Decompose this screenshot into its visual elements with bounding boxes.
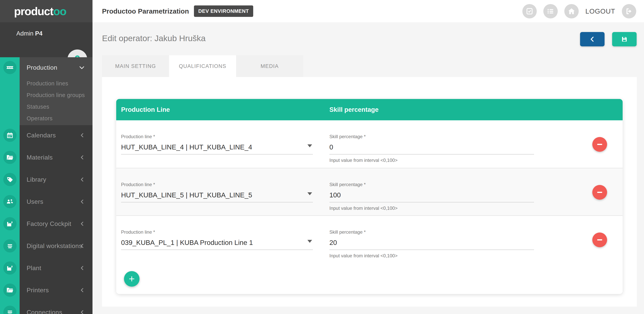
- environment-badge: DEV ENVIRONMENT: [194, 5, 253, 17]
- factory-icon: [3, 261, 16, 275]
- sidebar-item-label: Printers: [26, 287, 49, 294]
- column-header-skill-percentage: Skill percentage: [330, 106, 378, 113]
- sidebar-item-connections[interactable]: Connections: [0, 301, 92, 314]
- sidebar-item-printers[interactable]: Printers: [0, 279, 92, 301]
- production-line-value: HUT_KUBA_LINE_5 | HUT_KUBA_LINE_5: [121, 191, 305, 199]
- tab-media[interactable]: MEDIA: [236, 55, 303, 77]
- sidebar-item-label: Users: [26, 198, 43, 205]
- logo-text-primary: product: [14, 5, 53, 17]
- production-line-field: Production line * HUT_KUBA_LINE_4 | HUT_…: [121, 134, 313, 155]
- card-footer: [116, 263, 622, 294]
- logo-text-accent: oo: [53, 5, 66, 17]
- skill-percentage-field: Skill percentage * Input value from inte…: [330, 182, 534, 211]
- sidebar-item-users[interactable]: Users: [0, 191, 92, 213]
- sidebar-item-statuses[interactable]: Statuses: [0, 101, 92, 113]
- production-line-label: Production line *: [121, 134, 313, 139]
- sidebar-item-library[interactable]: Library: [0, 168, 92, 191]
- sidebar-item-operators[interactable]: Operators: [0, 113, 92, 124]
- sidebar-menu: ProductionProduction linesProduction lin…: [0, 57, 92, 314]
- tag-icon: [3, 173, 16, 186]
- check-square-icon: [526, 7, 534, 15]
- back-button[interactable]: [580, 32, 604, 46]
- save-button[interactable]: [612, 32, 636, 46]
- card-header: Production Line Skill percentage: [116, 99, 622, 120]
- chevron-left-icon: [79, 287, 85, 293]
- chevron-down-icon: [308, 144, 312, 147]
- qualifications-panel: Production Line Skill percentage Product…: [102, 77, 637, 307]
- admin-name: Admin P4: [16, 30, 42, 37]
- logout-button[interactable]: [622, 4, 636, 18]
- conveyor-icon: [3, 61, 16, 74]
- remove-row-button[interactable]: [592, 137, 607, 152]
- folder-icon: [3, 151, 16, 164]
- sidebar-item-digital-workstations[interactable]: Digital workstations: [0, 235, 92, 257]
- skill-percentage-input[interactable]: [330, 237, 534, 250]
- sidebar-item-label: Production: [26, 64, 57, 71]
- productoo-logo[interactable]: productoo: [14, 5, 66, 18]
- skill-percentage-input[interactable]: [330, 142, 534, 155]
- chevron-left-icon: [79, 132, 85, 138]
- minus-icon: [597, 192, 602, 193]
- tab-qualifications[interactable]: QUALIFICATIONS: [169, 55, 236, 77]
- chevron-left-icon: [79, 221, 85, 227]
- skill-percentage-input[interactable]: [330, 190, 534, 202]
- minus-icon: [597, 144, 602, 145]
- sidebar-item-factory-cockpit[interactable]: Factory Cockpit: [0, 213, 92, 235]
- chevron-down-icon: [308, 240, 312, 243]
- sidebar-item-label: Connections: [26, 309, 62, 314]
- remove-row-button[interactable]: [592, 232, 607, 247]
- app-title: Productoo Parametrization: [102, 7, 189, 15]
- interval-helper-text: Input value from interval <0,100>: [330, 253, 534, 259]
- chevron-down-icon: [78, 64, 85, 71]
- sidebar-item-label: Digital workstations: [26, 242, 82, 250]
- home-button[interactable]: [564, 4, 579, 18]
- remove-row-button[interactable]: [592, 185, 607, 200]
- sidebar-item-label: Operators: [26, 115, 52, 122]
- factory-icon: [3, 217, 16, 230]
- sidebar-item-label: Plant: [26, 265, 41, 272]
- chevron-left-icon: [79, 243, 85, 249]
- chevron-left-icon: [79, 199, 85, 204]
- chevron-left-icon: [79, 265, 85, 271]
- profile-band: Admin P4 Last login: 24/03/2023, 12:59: [0, 22, 92, 57]
- production-line-select[interactable]: HUT_KUBA_LINE_4 | HUT_KUBA_LINE_4: [121, 142, 313, 155]
- sidebar-item-plant[interactable]: Plant: [0, 257, 92, 279]
- chevron-left-icon: [589, 36, 596, 42]
- sidebar-item-materials[interactable]: Materials: [0, 146, 92, 168]
- sidebar-item-label: Production line groups: [26, 92, 85, 98]
- menu-list: ProductionProduction linesProduction lin…: [0, 57, 92, 314]
- column-header-production-line: Production Line: [121, 106, 170, 113]
- page-title: Edit operator: Jakub Hruška: [102, 34, 206, 43]
- tab-main-setting[interactable]: MAIN SETTING: [102, 55, 169, 77]
- tab-bar: MAIN SETTING QUALIFICATIONS MEDIA: [102, 55, 303, 77]
- qualification-row: Production line * HUT_KUBA_LINE_5 | HUT_…: [116, 168, 622, 215]
- sidebar-item-production-lines[interactable]: Production lines: [0, 78, 92, 89]
- logo-band: productoo: [0, 0, 92, 22]
- sidebar-item-label: Calendars: [26, 132, 56, 139]
- tasks-button[interactable]: [522, 4, 537, 18]
- topbar: Productoo Parametrization DEV ENVIRONMEN…: [92, 0, 644, 22]
- main-area: Edit operator: Jakub Hruška MAIN SETTING…: [92, 22, 644, 314]
- add-row-button[interactable]: [124, 271, 140, 287]
- minus-icon: [597, 239, 602, 240]
- folder-icon: [3, 284, 16, 297]
- users-icon: [3, 195, 16, 208]
- skill-percentage-label: Skill percentage *: [330, 134, 534, 139]
- calendar-icon: [3, 129, 16, 142]
- sign-out-icon: [625, 7, 633, 15]
- sidebar-item-production-line-groups[interactable]: Production line groups: [0, 89, 92, 101]
- list-button[interactable]: [543, 4, 558, 18]
- logout-label[interactable]: LOGOUT: [585, 7, 615, 15]
- sidebar-item-label: Production lines: [26, 80, 68, 87]
- home-icon: [567, 7, 576, 15]
- production-line-field: Production line * 039_KUBA_PL_1 | KUBA P…: [121, 229, 313, 250]
- chevron-left-icon: [79, 309, 85, 314]
- production-line-select[interactable]: HUT_KUBA_LINE_5 | HUT_KUBA_LINE_5: [121, 190, 313, 202]
- sidebar-item-calendars[interactable]: Calendars: [0, 124, 92, 146]
- bars-icon: [3, 306, 16, 314]
- sidebar-item-production[interactable]: Production: [0, 57, 92, 78]
- production-line-select[interactable]: 039_KUBA_PL_1 | KUBA Production Line 1: [121, 237, 313, 250]
- production-line-label: Production line *: [121, 229, 313, 235]
- production-line-value: HUT_KUBA_LINE_4 | HUT_KUBA_LINE_4: [121, 143, 305, 151]
- production-line-value: 039_KUBA_PL_1 | KUBA Production Line 1: [121, 239, 305, 246]
